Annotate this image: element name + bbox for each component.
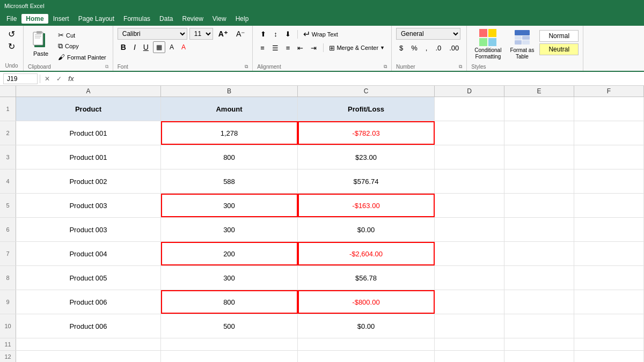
cell-c[interactable]: $23.00 (298, 145, 435, 169)
cell-b[interactable]: 200 (161, 242, 298, 265)
cell-d[interactable] (435, 97, 504, 121)
cell-reference-input[interactable] (3, 73, 38, 84)
cell-d[interactable] (435, 145, 504, 169)
cell-f[interactable] (574, 145, 644, 169)
cell-b[interactable]: 588 (161, 169, 298, 193)
cell-e[interactable] (504, 169, 574, 193)
cell-a[interactable]: Product 006 (16, 290, 161, 314)
cell-b[interactable]: 800 (161, 290, 298, 314)
font-size-select[interactable]: 11 (189, 28, 213, 40)
cell-c[interactable]: $576.74 (298, 169, 435, 193)
cut-button[interactable]: ✂ Cut (56, 30, 108, 40)
cell-d[interactable] (435, 266, 504, 290)
cell-e[interactable] (504, 242, 574, 265)
increase-indent-button[interactable]: ⇥ (308, 42, 320, 54)
clipboard-expand[interactable]: ⧉ (105, 64, 108, 70)
cell-a[interactable]: Product 006 (16, 314, 161, 338)
cell-b[interactable] (161, 338, 298, 350)
undo-button[interactable]: ↺ (7, 28, 16, 40)
merge-center-button[interactable]: ⊞ Merge & Center ▼ (327, 43, 387, 53)
cell-a[interactable] (16, 338, 161, 350)
currency-button[interactable]: $ (396, 42, 406, 54)
cell-e[interactable] (504, 338, 574, 350)
increase-font-button[interactable]: A⁺ (215, 28, 231, 40)
menu-insert[interactable]: Insert (49, 14, 74, 24)
cell-b[interactable]: 300 (161, 266, 298, 290)
cell-c[interactable]: -$800.00 (298, 290, 435, 314)
cell-c[interactable] (298, 351, 435, 362)
cell-a[interactable]: Product 001 (16, 145, 161, 169)
cell-b[interactable]: 300 (161, 194, 298, 217)
cell-f[interactable] (574, 194, 644, 217)
cell-d[interactable] (435, 290, 504, 314)
cell-f[interactable] (574, 169, 644, 193)
formula-input[interactable] (78, 75, 641, 83)
cell-e[interactable] (504, 266, 574, 290)
cell-e[interactable] (504, 145, 574, 169)
cell-c[interactable]: -$2,604.00 (298, 242, 435, 265)
cell-d[interactable] (435, 242, 504, 265)
cell-c[interactable]: $0.00 (298, 218, 435, 241)
decrease-decimal-button[interactable]: .0 (432, 42, 444, 54)
cell-b[interactable]: Amount (161, 97, 298, 121)
col-header-e[interactable]: E (504, 86, 574, 97)
cell-b[interactable]: 1,278 (161, 121, 298, 145)
fill-color-button[interactable]: A (166, 41, 177, 53)
cell-b[interactable]: 800 (161, 145, 298, 169)
borders-button[interactable]: ▦ (153, 41, 165, 53)
menu-help[interactable]: Help (231, 14, 253, 24)
cell-c[interactable] (298, 338, 435, 350)
col-header-c[interactable]: C (298, 86, 435, 97)
menu-home[interactable]: Home (21, 14, 48, 24)
col-header-a[interactable]: A (16, 86, 161, 97)
number-expand[interactable]: ⧉ (459, 64, 462, 70)
align-center-button[interactable]: ☰ (269, 42, 282, 54)
alignment-expand[interactable]: ⧉ (384, 64, 387, 70)
col-header-f[interactable]: F (574, 86, 644, 97)
copy-button[interactable]: ⧉ Copy (56, 41, 108, 51)
cell-c[interactable]: -$782.03 (298, 121, 435, 145)
conditional-formatting-button[interactable]: ConditionalFormatting (471, 28, 504, 61)
cell-f[interactable] (574, 290, 644, 314)
menu-review[interactable]: Review (178, 14, 207, 24)
menu-pagelayout[interactable]: Page Layout (74, 14, 119, 24)
cell-d[interactable] (435, 169, 504, 193)
cell-d[interactable] (435, 351, 504, 362)
align-middle-button[interactable]: ↕ (270, 28, 281, 40)
align-top-button[interactable]: ⬆ (257, 28, 269, 40)
cell-e[interactable] (504, 218, 574, 241)
cell-a[interactable] (16, 351, 161, 362)
number-format-select[interactable]: General (396, 28, 460, 40)
cell-f[interactable] (574, 314, 644, 338)
menu-file[interactable]: File (2, 14, 21, 24)
align-left-button[interactable]: ≡ (257, 42, 268, 54)
cell-e[interactable] (504, 314, 574, 338)
cell-d[interactable] (435, 314, 504, 338)
align-bottom-button[interactable]: ⬇ (282, 28, 294, 40)
function-button[interactable]: ✕ (42, 75, 52, 83)
font-name-select[interactable]: Calibri (118, 28, 187, 40)
italic-button[interactable]: I (130, 41, 139, 53)
redo-button[interactable]: ↻ (7, 40, 16, 53)
insert-function-button[interactable]: fx (66, 75, 76, 83)
font-color-button[interactable]: A (178, 41, 189, 53)
col-header-d[interactable]: D (435, 86, 504, 97)
bold-button[interactable]: B (118, 41, 129, 53)
cell-f[interactable] (574, 218, 644, 241)
cell-a[interactable]: Product 005 (16, 266, 161, 290)
confirm-button[interactable]: ✓ (54, 75, 64, 83)
cell-f[interactable] (574, 351, 644, 362)
cell-e[interactable] (504, 194, 574, 217)
wrap-text-button[interactable]: ↵ Wrap Text (301, 28, 340, 40)
comma-button[interactable]: , (422, 42, 431, 54)
cell-a[interactable]: Product 003 (16, 194, 161, 217)
neutral-style[interactable]: Neutral (539, 43, 579, 55)
menu-view[interactable]: View (208, 14, 231, 24)
cell-b[interactable]: 300 (161, 218, 298, 241)
cell-c[interactable]: -$163.00 (298, 194, 435, 217)
font-expand[interactable]: ⧉ (245, 64, 248, 70)
percent-button[interactable]: % (408, 42, 421, 54)
cell-d[interactable] (435, 338, 504, 350)
cell-d[interactable] (435, 121, 504, 145)
cell-a[interactable]: Product 004 (16, 242, 161, 265)
